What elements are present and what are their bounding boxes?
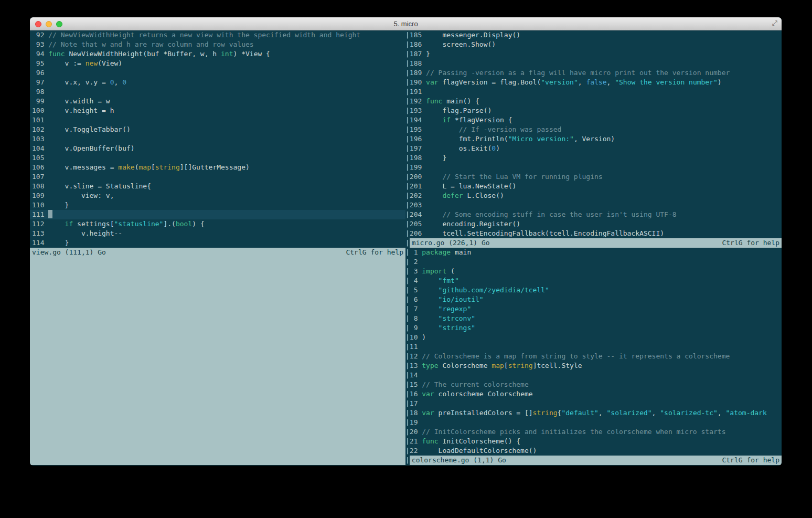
code-text: v.OpenBuffer(buf) xyxy=(48,144,134,152)
code-line[interactable]: 106 v.messages = make(map[string][]Gutte… xyxy=(30,163,405,172)
code-line[interactable]: 101 xyxy=(30,115,405,125)
code-line[interactable]: 107 xyxy=(30,172,405,182)
code-line[interactable]: 105 xyxy=(30,153,405,163)
code-line[interactable]: |7 "regexp" xyxy=(405,304,782,314)
code-line[interactable]: 94func NewViewWidthHeight(buf *Buffer, w… xyxy=(30,49,405,59)
code-line[interactable]: |9 "strings" xyxy=(405,323,782,333)
code-text: messenger.Display() xyxy=(426,31,520,39)
code-line[interactable]: |17 xyxy=(405,399,782,408)
vertical-split-divider[interactable]: | xyxy=(405,238,410,248)
code-line[interactable]: |20// InitColorscheme picks and initiali… xyxy=(405,427,782,437)
line-number: 13 xyxy=(410,361,418,371)
code-line[interactable]: |16var colorscheme Colorscheme xyxy=(405,389,782,399)
code-text: func main() { xyxy=(426,97,479,105)
vertical-split-divider: | xyxy=(405,343,410,351)
code-line[interactable]: |202 defer L.Close() xyxy=(405,191,782,200)
statusbar-file-info: view.go (111,1) Go xyxy=(32,248,106,465)
code-line[interactable]: 110 } xyxy=(30,200,405,210)
code-line[interactable]: |187} xyxy=(405,49,782,59)
code-line[interactable]: |15// The current colorscheme xyxy=(405,380,782,389)
code-line[interactable]: |194 if *flagVersion { xyxy=(405,115,782,125)
code-line[interactable]: |197 os.Exit(0) xyxy=(405,144,782,153)
editor-pane-right-split: |185 messenger.Display()|186 screen.Show… xyxy=(405,30,782,465)
line-number: 1 xyxy=(410,248,418,257)
code-line[interactable]: |1package main xyxy=(405,248,782,257)
code-line[interactable]: 95 v := new(View) xyxy=(30,59,405,68)
code-line[interactable]: |6 "io/ioutil" xyxy=(405,295,782,304)
code-line[interactable]: |3import ( xyxy=(405,267,782,276)
code-line[interactable]: 112 if settings["statusline"].(bool) { xyxy=(30,219,405,229)
statusbar-help-hint: CtrlG for help xyxy=(346,248,403,465)
minimize-button[interactable] xyxy=(46,21,52,27)
code-line[interactable]: 111 xyxy=(30,210,405,219)
code-line[interactable]: |205 encoding.Register() xyxy=(405,219,782,229)
code-line[interactable]: 97 v.x, v.y = 0, 0 xyxy=(30,78,405,87)
code-line[interactable]: |195 // If -version was passed xyxy=(405,125,782,134)
code-line[interactable]: |12// Colorscheme is a map from string t… xyxy=(405,352,782,361)
vertical-split-divider: | xyxy=(405,210,410,218)
code-line[interactable]: 99 v.width = w xyxy=(30,97,405,106)
vertical-split-divider: | xyxy=(405,258,410,266)
code-line[interactable]: 108 v.sline = Statusline{ xyxy=(30,182,405,191)
code-line[interactable]: |14 xyxy=(405,371,782,380)
vertical-split-divider: | xyxy=(405,88,410,96)
code-line[interactable]: |193 flag.Parse() xyxy=(405,106,782,115)
code-line[interactable]: |188 xyxy=(405,59,782,68)
code-line[interactable]: |204 // Some encoding stuff in case the … xyxy=(405,210,782,219)
code-line[interactable]: 109 view: v, xyxy=(30,191,405,200)
code-line[interactable]: |189// Passing -version as a flag will h… xyxy=(405,68,782,78)
code-line[interactable]: |10) xyxy=(405,333,782,342)
statusbar-help-hint: CtrlG for help xyxy=(722,456,779,465)
code-line[interactable]: |19 xyxy=(405,418,782,427)
code-line[interactable]: |199 xyxy=(405,163,782,172)
line-number: 188 xyxy=(410,59,422,68)
line-number: 21 xyxy=(410,437,418,446)
code-line[interactable]: 96 xyxy=(30,68,405,78)
code-line[interactable]: 113 v.height-- xyxy=(30,229,405,238)
zoom-button[interactable] xyxy=(56,21,62,27)
code-line[interactable]: |8 "strconv" xyxy=(405,314,782,323)
vertical-split-divider: | xyxy=(405,107,410,114)
code-line[interactable]: |192func main() { xyxy=(405,97,782,106)
code-line[interactable]: |186 screen.Show() xyxy=(405,40,782,49)
code-line[interactable]: 93// Note that w and h are raw column an… xyxy=(30,40,405,49)
code-line[interactable]: |2 xyxy=(405,257,782,267)
line-number: 198 xyxy=(410,153,422,163)
statusbar-file-info: micro.go (226,1) Go xyxy=(412,238,490,248)
code-line[interactable]: 98 xyxy=(30,87,405,97)
vertical-split-divider[interactable]: | xyxy=(405,456,410,465)
code-line[interactable]: 100 v.height = h xyxy=(30,106,405,115)
code-line[interactable]: |22 LoadDefaultColorscheme() xyxy=(405,446,782,456)
code-line[interactable]: |4 "fmt" xyxy=(405,276,782,286)
code-line[interactable]: 114 } xyxy=(30,238,405,248)
code-line[interactable]: |18var preInstalledColors = []string{"de… xyxy=(405,408,782,418)
code-text: v := new(View) xyxy=(48,59,122,67)
code-line[interactable]: |200 // Start the Lua VM for running plu… xyxy=(405,172,782,182)
close-button[interactable] xyxy=(35,21,41,27)
code-line[interactable]: |206 tcell.SetEncodingFallback(tcell.Enc… xyxy=(405,229,782,238)
code-line[interactable]: |11 xyxy=(405,342,782,352)
code-text: encoding.Register() xyxy=(426,220,520,228)
title-bar[interactable]: 5. micro ⤢ xyxy=(30,17,782,30)
code-area-micro-go[interactable]: |185 messenger.Display()|186 screen.Show… xyxy=(405,30,782,238)
code-line[interactable]: |21func InitColorscheme() { xyxy=(405,437,782,446)
code-line[interactable]: 102 v.ToggleTabbar() xyxy=(30,125,405,134)
code-line[interactable]: |191 xyxy=(405,87,782,97)
code-line[interactable]: |190var flagVersion = flag.Bool("version… xyxy=(405,78,782,87)
vertical-split-divider: | xyxy=(405,324,410,332)
resize-icon[interactable]: ⤢ xyxy=(772,19,777,27)
code-line[interactable]: 104 v.OpenBuffer(buf) xyxy=(30,144,405,153)
code-line[interactable]: |13type Colorscheme map[string]tcell.Sty… xyxy=(405,361,782,371)
code-line[interactable]: 92// NewViewWidthHeight returns a new vi… xyxy=(30,30,405,40)
code-area-view-go[interactable]: 92// NewViewWidthHeight returns a new vi… xyxy=(30,30,405,248)
code-line[interactable]: |5 "github.com/zyedidia/tcell" xyxy=(405,286,782,295)
code-line[interactable]: |203 xyxy=(405,200,782,210)
code-line[interactable]: |201 L = lua.NewState() xyxy=(405,182,782,191)
code-line[interactable]: 103 xyxy=(30,134,405,144)
code-area-colorscheme-go[interactable]: |1package main|2|3import (|4 "fmt"|5 "gi… xyxy=(405,248,782,456)
line-number: 12 xyxy=(410,352,418,361)
line-number: 114 xyxy=(32,238,44,248)
code-line[interactable]: |196 fmt.Println("Micro version:", Versi… xyxy=(405,134,782,144)
code-line[interactable]: |198 } xyxy=(405,153,782,163)
code-line[interactable]: |185 messenger.Display() xyxy=(405,30,782,40)
